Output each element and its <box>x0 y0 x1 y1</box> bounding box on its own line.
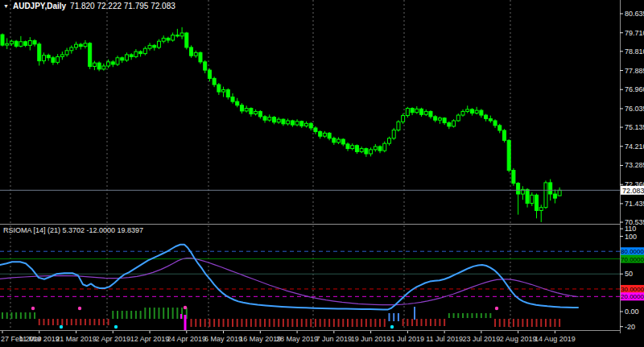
time-tick-label: 28 May 2019 <box>276 335 318 343</box>
current-price-label: 72.083 <box>622 187 644 195</box>
candle-bear <box>33 40 36 43</box>
candle-bear <box>139 52 142 54</box>
candle-bear <box>175 35 179 36</box>
candle-bear <box>507 140 510 170</box>
candle-bull <box>406 109 409 116</box>
dropdown-arrow-icon[interactable]: ▼ <box>3 2 9 10</box>
candle-bull <box>143 48 147 53</box>
time-tick-label: 1 Jul 2019 <box>391 335 425 343</box>
candle-bear <box>153 45 156 48</box>
signal-dot <box>390 325 394 328</box>
time-axis: 27 Feb 201911 Mar 201921 Mar 20192 Apr 2… <box>1 331 576 343</box>
candle-bear <box>185 33 188 48</box>
candle-bull <box>305 123 308 126</box>
candle-bear <box>250 109 253 114</box>
candle-bull <box>530 195 534 203</box>
candle-bear <box>300 122 303 126</box>
candle-bear <box>208 70 211 78</box>
candle-bull <box>539 208 543 211</box>
candle-bear <box>309 123 312 128</box>
candle-bear <box>121 58 124 60</box>
candle-bear <box>47 56 50 58</box>
level-badge-label: 70.0000 <box>621 256 644 263</box>
time-tick-label: 12 Apr 2019 <box>130 335 170 343</box>
candle-bull <box>6 43 9 45</box>
candle-bear <box>111 62 114 64</box>
candle-bull <box>392 130 395 138</box>
candle-bull <box>456 115 460 121</box>
candle-bear <box>341 139 345 144</box>
time-tick-label: 24 Apr 2019 <box>167 335 207 343</box>
candle-bear <box>190 48 193 56</box>
price-tick-label: 71.435 <box>625 200 644 208</box>
candle-bear <box>314 128 317 132</box>
price-tick-label: 74.210 <box>625 143 644 151</box>
candle-bear <box>1 35 4 45</box>
time-tick-label: 21 Mar 2019 <box>56 335 97 343</box>
candle-bull <box>42 56 45 61</box>
price-tick-label: 80.635 <box>625 10 644 18</box>
indicator-tick-label: 50 <box>625 270 633 278</box>
candle-bear <box>240 105 243 111</box>
candle-bull <box>323 133 326 136</box>
ohlc-values: 71.820 72.222 71.795 72.083 <box>70 2 175 10</box>
indicator-axis: 110100500.00-2080.000070.000030.000020.0… <box>620 225 644 331</box>
candle-bear <box>167 38 170 40</box>
time-tick-label: 2 Aug 2019 <box>500 335 537 343</box>
candle-bear <box>258 111 262 116</box>
candle-bull <box>424 111 427 114</box>
candle-bear <box>365 149 368 154</box>
candle-bear <box>332 138 336 143</box>
candle-bear <box>498 126 502 130</box>
candle-bull <box>60 55 64 57</box>
candle-bull <box>415 109 419 112</box>
signal-dot <box>31 307 35 310</box>
candle-bear <box>512 171 515 184</box>
candle-bear <box>526 189 529 203</box>
candle-bull <box>107 62 110 66</box>
candle-bull <box>134 52 138 56</box>
candle-bear <box>549 183 552 194</box>
candle-bear <box>420 109 423 114</box>
candle-bear <box>470 109 473 114</box>
candle-bear <box>272 118 275 122</box>
candle-bull <box>383 143 386 151</box>
histogram-layer <box>2 307 559 330</box>
candle-bear <box>328 133 331 138</box>
price-axis: 80.63579.71078.81077.88576.96076.03575.1… <box>620 10 644 226</box>
time-tick-label: 14 Aug 2019 <box>535 335 576 343</box>
level-badge-label: 80.0000 <box>621 248 644 255</box>
candle-bull <box>28 40 31 45</box>
price-tick-label: 79.710 <box>625 29 644 37</box>
candle-bull <box>402 116 405 122</box>
candle-bear <box>355 146 358 152</box>
time-tick-label: 7 Jun 2019 <box>316 335 353 343</box>
candle-bull <box>558 190 561 196</box>
price-tick-label: 76.035 <box>625 105 644 113</box>
price-chart-canvas[interactable]: 80.63579.71078.81077.88576.96076.03575.1… <box>0 0 644 347</box>
candle-bear <box>263 117 266 120</box>
candle-bull <box>397 122 400 130</box>
candle-bull <box>466 109 469 112</box>
signal-dot <box>184 306 187 309</box>
candle-bull <box>438 118 441 121</box>
candle-bear <box>443 118 446 123</box>
candle-bear <box>199 52 202 62</box>
candle-bull <box>56 56 60 62</box>
candle-bull <box>452 121 456 126</box>
candle-bull <box>194 52 197 56</box>
candle-bull <box>148 45 151 48</box>
level-badge-label: 30.0000 <box>621 286 644 293</box>
candle-bull <box>277 119 280 122</box>
candle-bear <box>485 115 488 118</box>
candle-bear <box>489 118 492 121</box>
candle-bull <box>544 183 547 208</box>
candle-bear <box>282 119 285 124</box>
candle-bear <box>97 63 101 69</box>
time-tick-label: 16 May 2019 <box>239 335 281 343</box>
candle-bear <box>291 121 294 125</box>
candle-bull <box>65 51 68 55</box>
candle-bear <box>236 101 239 105</box>
candle-bear <box>319 132 322 137</box>
candle-bear <box>553 194 556 198</box>
